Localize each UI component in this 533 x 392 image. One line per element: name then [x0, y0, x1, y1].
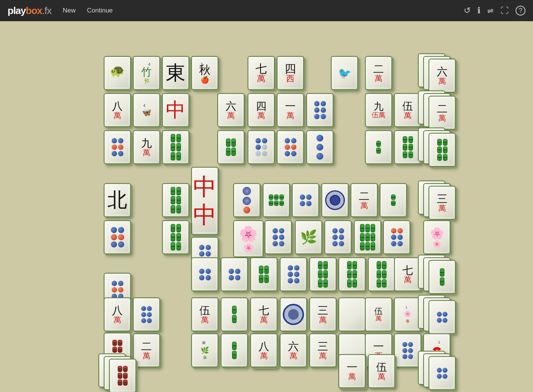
- tile[interactable]: [221, 257, 248, 291]
- tile[interactable]: [429, 133, 456, 167]
- tile[interactable]: 六 萬: [280, 333, 307, 367]
- tile[interactable]: 🐦: [331, 56, 358, 90]
- tile[interactable]: [133, 297, 160, 331]
- tile[interactable]: 一 萬: [277, 93, 304, 127]
- tile[interactable]: 八 萬: [104, 297, 131, 331]
- tile[interactable]: 九 伍萬: [365, 93, 392, 127]
- tile[interactable]: 八 萬: [104, 93, 131, 127]
- tile[interactable]: 八 萬: [250, 333, 277, 367]
- tile[interactable]: 伍 萬: [394, 93, 421, 127]
- tile[interactable]: [368, 257, 395, 291]
- tile[interactable]: 七 萬: [250, 297, 277, 331]
- header-icons: ↺ ℹ ⇌ ⛶ ?: [464, 6, 525, 16]
- tile[interactable]: 二 萬: [429, 96, 456, 130]
- help-icon[interactable]: ?: [516, 6, 525, 16]
- tile[interactable]: 一 萬: [338, 354, 366, 388]
- tile[interactable]: [365, 130, 392, 164]
- tile[interactable]: [217, 130, 245, 164]
- tile[interactable]: [162, 130, 189, 164]
- tile[interactable]: [162, 183, 189, 217]
- tile[interactable]: 伍 萬: [365, 297, 392, 331]
- tile[interactable]: 中中: [191, 167, 218, 235]
- tile[interactable]: 伍 萬: [368, 354, 395, 388]
- svg-text:🐢: 🐢: [110, 64, 125, 78]
- tile[interactable]: [383, 220, 410, 254]
- tile[interactable]: 蘭 🌿 蘭: [191, 333, 218, 367]
- tile[interactable]: [394, 333, 421, 367]
- tile[interactable]: [277, 130, 304, 164]
- tile[interactable]: [380, 183, 407, 217]
- tile[interactable]: [309, 257, 337, 291]
- logo-play: play: [8, 5, 26, 16]
- tile[interactable]: 三 萬: [429, 186, 456, 220]
- tile[interactable]: [306, 93, 334, 127]
- tile[interactable]: 三 萬: [309, 333, 337, 367]
- tile[interactable]: [265, 220, 292, 254]
- tile[interactable]: 1 🌸 春: [394, 297, 421, 331]
- fullscreen-icon[interactable]: ⛶: [500, 6, 509, 16]
- tile[interactable]: [263, 183, 290, 217]
- tile[interactable]: 九 萬: [133, 130, 160, 164]
- tile[interactable]: 🌿: [295, 220, 322, 254]
- tile[interactable]: 二 萬: [133, 333, 160, 367]
- new-button[interactable]: New: [63, 7, 76, 14]
- tile[interactable]: [280, 297, 307, 331]
- tile[interactable]: [280, 257, 307, 291]
- logo-fx: .fx: [42, 5, 51, 16]
- shuffle-icon[interactable]: ⇌: [487, 6, 494, 15]
- tile[interactable]: [221, 297, 248, 331]
- tile[interactable]: [250, 257, 277, 291]
- tile[interactable]: [292, 183, 319, 217]
- board: 🐢 4 竹 🎋 東 3 秋 🍎 七 萬: [58, 33, 475, 381]
- tile[interactable]: [233, 183, 260, 217]
- tile[interactable]: [104, 130, 131, 164]
- tile[interactable]: 四 西: [277, 56, 304, 90]
- tile[interactable]: 北: [104, 183, 131, 217]
- tile[interactable]: [306, 130, 334, 164]
- tile[interactable]: [248, 130, 275, 164]
- tile[interactable]: [429, 300, 456, 334]
- tile[interactable]: [104, 220, 131, 254]
- tile[interactable]: 四 萬: [248, 93, 275, 127]
- header: playbox.fx New Continue ↺ ℹ ⇌ ⛶ ?: [0, 0, 533, 21]
- tile[interactable]: [321, 183, 349, 217]
- info-icon[interactable]: ℹ: [477, 6, 480, 16]
- tile[interactable]: [338, 297, 366, 331]
- tile[interactable]: 3 秋 🍎: [191, 56, 218, 90]
- tile[interactable]: [429, 356, 456, 390]
- tile[interactable]: [162, 220, 189, 254]
- tile[interactable]: 六 萬: [429, 59, 456, 93]
- logo-box: box: [26, 5, 42, 16]
- continue-button[interactable]: Continue: [87, 7, 113, 14]
- tile[interactable]: [354, 220, 381, 254]
- tile[interactable]: 🌸 🌸: [233, 220, 263, 257]
- tile[interactable]: 二 萬: [365, 56, 392, 90]
- tile[interactable]: 東: [162, 56, 189, 90]
- tile[interactable]: 七 萬: [248, 56, 275, 90]
- tile[interactable]: [221, 333, 248, 367]
- logo: playbox.fx: [8, 5, 51, 17]
- tile[interactable]: [429, 260, 456, 294]
- tile[interactable]: 4 🦋: [133, 93, 160, 127]
- tile[interactable]: 三 萬: [309, 297, 337, 331]
- tile[interactable]: 4 竹 🎋: [133, 56, 160, 90]
- game-area: 🐢 4 竹 🎋 東 3 秋 🍎 七 萬: [0, 21, 533, 392]
- tile[interactable]: [324, 220, 352, 254]
- tile[interactable]: [109, 359, 136, 392]
- tile[interactable]: 二 萬: [351, 183, 378, 217]
- tile[interactable]: [394, 130, 421, 164]
- restart-icon[interactable]: ↺: [464, 6, 471, 16]
- tile[interactable]: [338, 257, 366, 291]
- tile[interactable]: 🌸 🌸: [423, 220, 450, 254]
- tile[interactable]: 七 萬: [394, 257, 421, 291]
- tile[interactable]: 🐢: [104, 56, 131, 90]
- tile[interactable]: 中: [162, 93, 189, 127]
- tile[interactable]: 伍 萬: [191, 297, 218, 331]
- tile[interactable]: [191, 257, 218, 291]
- tile[interactable]: 六 萬: [217, 93, 245, 127]
